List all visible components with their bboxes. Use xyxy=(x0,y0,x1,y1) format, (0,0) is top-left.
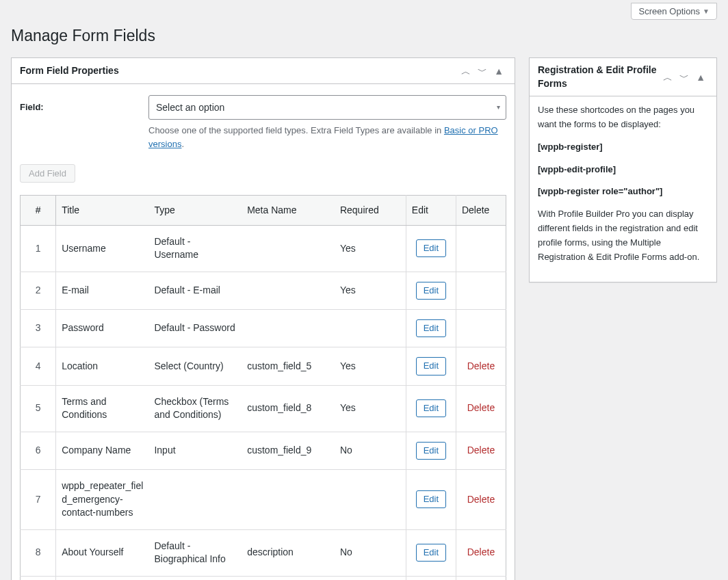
row-edit-cell: Edit xyxy=(406,225,456,272)
table-row: 1UsernameDefault - UsernameYesEdit xyxy=(21,225,506,272)
sidebar-note: With Profile Builder Pro you can display… xyxy=(538,207,708,264)
row-meta xyxy=(242,310,335,347)
table-row: 9Upload your AvatarAvatarcustom_field_10… xyxy=(21,576,506,580)
sidebar-panel-title: Registration & Edit Profile Forms xyxy=(538,58,660,96)
row-title: Username xyxy=(56,225,149,272)
caret-up-icon[interactable]: ▲ xyxy=(491,65,506,77)
sidebar-intro: Use these shortcodes on the pages you wa… xyxy=(538,103,708,132)
row-delete-cell: Delete xyxy=(456,432,506,469)
row-meta: custom_field_5 xyxy=(242,347,335,385)
table-row: 5Terms and ConditionsCheckbox (Terms and… xyxy=(21,385,506,432)
row-required: Yes xyxy=(335,385,406,432)
shortcode: [wppb-edit-profile] xyxy=(538,163,708,177)
row-meta xyxy=(242,225,335,272)
row-meta: description xyxy=(242,529,335,576)
edit-button[interactable]: Edit xyxy=(416,544,446,562)
delete-link[interactable]: Delete xyxy=(467,445,495,456)
shortcode: [wppb-register] xyxy=(538,140,708,155)
form-field-properties-panel: Form Field Properties ︿ ﹀ ▲ Field: Selec… xyxy=(11,57,515,580)
screen-options-label: Screen Options xyxy=(638,6,700,16)
registration-forms-panel: Registration & Edit Profile Forms ︿ ﹀ ▲ … xyxy=(529,57,717,282)
row-type: Default - Biographical Info xyxy=(148,529,242,576)
row-edit-cell: Edit xyxy=(406,347,456,385)
edit-button[interactable]: Edit xyxy=(416,282,446,300)
row-delete-cell: Delete xyxy=(456,385,506,432)
edit-button[interactable]: Edit xyxy=(416,239,446,257)
row-type: Default - Password xyxy=(148,310,242,347)
row-edit-cell: Edit xyxy=(406,432,456,469)
row-edit-cell: Edit xyxy=(406,576,456,580)
table-row: 2E-mailDefault - E-mailYesEdit xyxy=(21,272,506,309)
delete-link[interactable]: Delete xyxy=(467,402,495,413)
row-title: E-mail xyxy=(56,272,149,309)
row-type: Input xyxy=(148,432,242,469)
table-row: 3PasswordDefault - PasswordEdit xyxy=(21,310,506,347)
row-required: Yes xyxy=(335,272,406,309)
field-label: Field: xyxy=(20,95,136,115)
row-type: Default - Username xyxy=(148,225,242,272)
row-num: 6 xyxy=(21,432,56,469)
row-required: Yes xyxy=(335,347,406,385)
row-title: Company Name xyxy=(56,432,149,469)
row-required xyxy=(335,310,406,347)
page-title: Manage Form Fields xyxy=(11,27,728,45)
col-title: Title xyxy=(56,196,149,225)
row-edit-cell: Edit xyxy=(406,310,456,347)
row-title: About Yourself xyxy=(56,529,149,576)
row-edit-cell: Edit xyxy=(406,272,456,309)
row-delete-cell xyxy=(456,310,506,347)
chevron-down-icon: ▾ xyxy=(497,102,500,113)
row-type: Avatar xyxy=(148,576,242,580)
add-field-button[interactable]: Add Field xyxy=(20,164,75,183)
table-row: 7wppb_repeater_field_emergency-contact-n… xyxy=(21,469,506,529)
row-num: 4 xyxy=(21,347,56,385)
edit-button[interactable]: Edit xyxy=(416,490,446,508)
row-delete-cell xyxy=(456,272,506,309)
row-title: Password xyxy=(56,310,149,347)
row-required xyxy=(335,469,406,529)
row-num: 5 xyxy=(21,385,56,432)
field-type-select[interactable]: Select an option ▾ xyxy=(148,95,506,120)
col-edit: Edit xyxy=(406,196,456,225)
edit-button[interactable]: Edit xyxy=(416,357,446,375)
chevron-up-icon[interactable]: ︿ xyxy=(458,65,473,77)
row-title: Upload your Avatar xyxy=(56,576,149,580)
row-title: Terms and Conditions xyxy=(56,385,149,432)
row-meta: custom_field_10 xyxy=(242,576,335,580)
row-num: 1 xyxy=(21,225,56,272)
panel-title: Form Field Properties xyxy=(20,59,119,83)
fields-table: # Title Type Meta Name Required Edit Del… xyxy=(20,195,506,580)
col-required: Required xyxy=(335,196,406,225)
select-placeholder: Select an option xyxy=(156,102,224,113)
row-num: 3 xyxy=(21,310,56,347)
screen-options-button[interactable]: Screen Options ▼ xyxy=(631,3,717,20)
row-delete-cell: Delete xyxy=(456,576,506,580)
row-title: Location xyxy=(56,347,149,385)
caret-up-icon[interactable]: ▲ xyxy=(693,71,708,83)
row-edit-cell: Edit xyxy=(406,469,456,529)
col-num: # xyxy=(21,196,56,225)
row-required: No xyxy=(335,576,406,580)
chevron-down-icon[interactable]: ﹀ xyxy=(677,71,692,83)
chevron-down-icon[interactable]: ﹀ xyxy=(475,65,490,77)
row-num: 2 xyxy=(21,272,56,309)
row-required: Yes xyxy=(335,225,406,272)
row-edit-cell: Edit xyxy=(406,385,456,432)
row-type: Select (Country) xyxy=(148,347,242,385)
edit-button[interactable]: Edit xyxy=(416,319,446,337)
table-row: 6Company NameInputcustom_field_9NoEditDe… xyxy=(21,432,506,469)
edit-button[interactable]: Edit xyxy=(416,442,446,460)
row-required: No xyxy=(335,432,406,469)
chevron-up-icon[interactable]: ︿ xyxy=(660,71,675,83)
row-delete-cell: Delete xyxy=(456,529,506,576)
row-delete-cell: Delete xyxy=(456,469,506,529)
col-delete: Delete xyxy=(456,196,506,225)
shortcode: [wppb-register role="author"] xyxy=(538,185,708,199)
row-meta: custom_field_8 xyxy=(242,385,335,432)
row-required: No xyxy=(335,529,406,576)
delete-link[interactable]: Delete xyxy=(467,546,495,557)
row-type: Default - E-mail xyxy=(148,272,242,309)
delete-link[interactable]: Delete xyxy=(467,360,495,371)
edit-button[interactable]: Edit xyxy=(416,399,446,417)
delete-link[interactable]: Delete xyxy=(467,494,495,505)
